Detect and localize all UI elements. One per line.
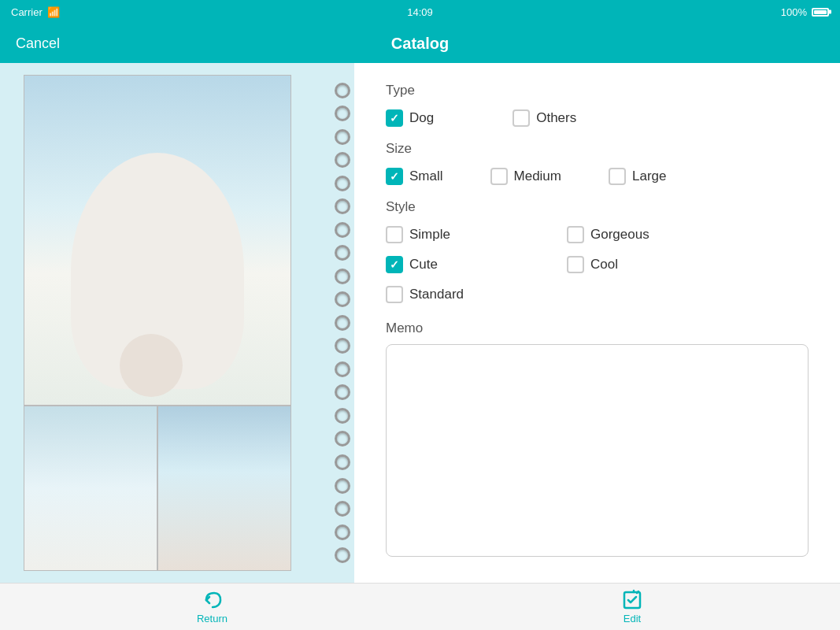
- status-left: Carrier 📶: [11, 6, 60, 18]
- bottom-toolbar: Return Edit: [0, 583, 840, 630]
- return-icon: [202, 589, 224, 611]
- spiral-ring: [335, 315, 350, 331]
- battery-percent: 100%: [781, 6, 807, 18]
- size-medium-checkbox[interactable]: [490, 168, 508, 185]
- memo-section: Memo: [386, 321, 809, 560]
- memo-textarea[interactable]: [386, 344, 809, 557]
- photo-main[interactable]: [24, 75, 291, 406]
- type-section-label: Type: [386, 83, 809, 98]
- spiral-ring: [335, 478, 350, 494]
- spiral-ring: [335, 524, 350, 540]
- main-content: Type Dog Others Size Small: [0, 63, 840, 583]
- spiral-binding: [331, 63, 354, 583]
- photo-small-2[interactable]: [157, 406, 291, 571]
- size-small-checkbox[interactable]: [386, 168, 403, 185]
- form-panel: Type Dog Others Size Small: [354, 63, 840, 583]
- style-gorgeous-item[interactable]: Gorgeous: [567, 226, 748, 243]
- style-cute-checkbox[interactable]: [386, 256, 403, 273]
- style-cool-checkbox[interactable]: [567, 256, 584, 273]
- style-section-label: Style: [386, 199, 809, 215]
- nav-title: Catalog: [391, 35, 449, 53]
- size-large-label: Large: [632, 169, 666, 184]
- spiral-ring: [335, 83, 350, 98]
- type-options: Dog Others: [386, 109, 809, 127]
- cancel-button[interactable]: Cancel: [16, 35, 60, 52]
- spiral-ring: [335, 408, 350, 424]
- edit-label: Edit: [624, 613, 641, 624]
- nav-bar: Cancel Catalog: [0, 24, 840, 63]
- status-bar: Carrier 📶 14:09 100%: [0, 0, 840, 24]
- style-simple-checkbox[interactable]: [386, 226, 403, 243]
- spiral-ring: [335, 547, 350, 563]
- size-section: Size Small Medium Large: [386, 141, 809, 185]
- spiral-ring: [335, 384, 350, 400]
- style-cute-item[interactable]: Cute: [386, 256, 567, 273]
- type-dog-item[interactable]: Dog: [386, 109, 434, 127]
- spiral-ring: [335, 129, 350, 145]
- spiral-ring: [335, 222, 350, 238]
- size-medium-item[interactable]: Medium: [490, 168, 561, 185]
- style-standard-checkbox[interactable]: [386, 286, 403, 303]
- spiral-ring: [335, 245, 350, 261]
- carrier-label: Carrier: [11, 6, 43, 18]
- size-large-item[interactable]: Large: [609, 168, 666, 185]
- style-simple-item[interactable]: Simple: [386, 226, 567, 243]
- main-photo-image: [24, 76, 290, 405]
- spiral-ring: [335, 501, 350, 517]
- photo-panel: [0, 63, 331, 583]
- return-label: Return: [197, 613, 228, 624]
- size-large-checkbox[interactable]: [609, 168, 626, 185]
- size-small-label: Small: [409, 169, 443, 184]
- edit-button[interactable]: Edit: [621, 589, 643, 624]
- small-photo-2-image: [158, 406, 290, 570]
- wifi-icon: 📶: [47, 6, 60, 18]
- style-standard-item[interactable]: Standard: [386, 286, 567, 303]
- style-standard-label: Standard: [409, 287, 464, 302]
- spiral-ring: [335, 454, 350, 470]
- style-cool-label: Cool: [590, 257, 618, 272]
- type-others-item[interactable]: Others: [513, 109, 576, 127]
- spiral-ring: [335, 431, 350, 447]
- battery-icon: [812, 8, 829, 17]
- size-options: Small Medium Large: [386, 168, 809, 185]
- type-others-label: Others: [536, 110, 576, 126]
- spiral-ring: [335, 152, 350, 168]
- style-gorgeous-checkbox[interactable]: [567, 226, 584, 243]
- status-right: 100%: [781, 6, 829, 18]
- type-others-checkbox[interactable]: [513, 109, 530, 127]
- style-gorgeous-label: Gorgeous: [590, 227, 649, 243]
- status-time: 14:09: [407, 6, 433, 18]
- return-button[interactable]: Return: [197, 589, 228, 624]
- style-cute-label: Cute: [409, 257, 438, 272]
- spiral-ring: [335, 361, 350, 377]
- style-options: Simple Gorgeous Cute Cool Standard: [386, 226, 809, 303]
- spiral-ring: [335, 198, 350, 214]
- photo-row: [24, 406, 291, 571]
- small-photo-1-image: [24, 406, 157, 570]
- style-simple-label: Simple: [409, 227, 450, 243]
- style-section: Style Simple Gorgeous Cute Cool: [386, 199, 809, 303]
- type-section: Type Dog Others: [386, 83, 809, 127]
- spiral-ring: [335, 106, 350, 121]
- size-small-item[interactable]: Small: [386, 168, 443, 185]
- type-dog-checkbox[interactable]: [386, 109, 403, 127]
- memo-label: Memo: [386, 321, 809, 336]
- size-section-label: Size: [386, 141, 809, 157]
- spiral-ring: [335, 291, 350, 307]
- photo-small-1[interactable]: [24, 406, 157, 571]
- style-cool-item[interactable]: Cool: [567, 256, 748, 273]
- spiral-ring: [335, 269, 350, 284]
- size-medium-label: Medium: [514, 169, 561, 184]
- edit-icon: [621, 589, 643, 611]
- spiral-ring: [335, 176, 350, 191]
- spiral-ring: [335, 338, 350, 354]
- type-dog-label: Dog: [409, 110, 434, 126]
